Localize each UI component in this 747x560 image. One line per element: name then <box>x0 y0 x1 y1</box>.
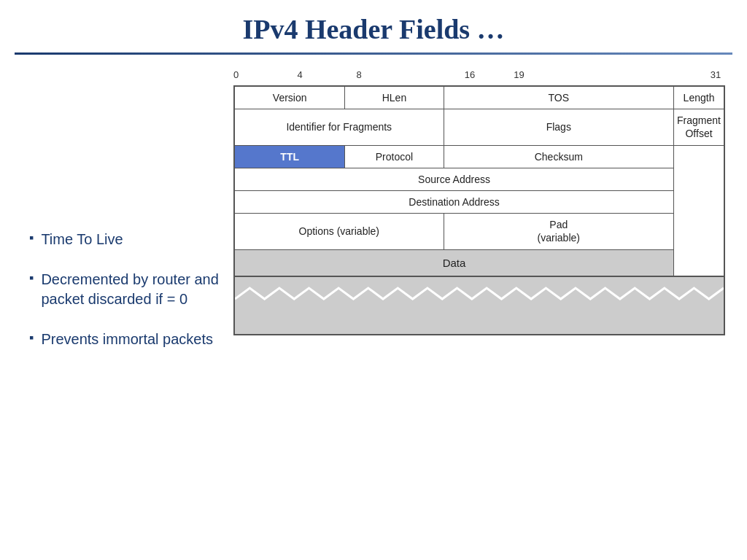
content-area: ▪ Time To Live ▪ Decremented by router a… <box>0 55 747 560</box>
cell-protocol: Protocol <box>345 145 444 168</box>
bit-labels-row: 0 4 8 16 19 31 <box>233 69 725 85</box>
title-area: IPv4 Header Fields … <box>0 0 747 52</box>
table-row-5: Destination Address <box>234 190 724 213</box>
bullet-item-2: ▪ Decremented by router and packet disca… <box>29 270 219 309</box>
cell-pad: Pad(variable) <box>444 214 674 249</box>
bullet-item-1: ▪ Time To Live <box>29 230 219 249</box>
table-row-2: Identifier for Fragments Flags Fragment … <box>234 109 724 145</box>
bit-label-31: 31 <box>711 69 721 80</box>
bit-label-19: 19 <box>514 69 524 80</box>
cell-fragment-offset: Fragment Offset <box>674 109 724 145</box>
cell-checksum: Checksum <box>444 145 674 168</box>
cell-tos: TOS <box>444 86 674 109</box>
data-bottom-row <box>233 310 725 335</box>
cell-identifier: Identifier for Fragments <box>234 109 444 145</box>
header-table: Version HLen TOS Length Identifier for F… <box>233 85 725 277</box>
cell-ttl: TTL <box>234 145 345 168</box>
right-panel: 0 4 8 16 19 31 Version HLen TOS Length <box>233 69 725 553</box>
bullet-item-3: ▪ Prevents immortal packets <box>29 330 219 349</box>
left-panel: ▪ Time To Live ▪ Decremented by router a… <box>22 69 219 553</box>
page-title: IPv4 Header Fields … <box>242 14 504 44</box>
bit-label-8: 8 <box>357 69 362 80</box>
cell-version: Version <box>234 86 345 109</box>
bit-label-16: 16 <box>465 69 475 80</box>
cell-length: Length <box>674 86 724 109</box>
cell-destination-address: Destination Address <box>234 190 674 213</box>
table-row-6: Options (variable) Pad(variable) <box>234 214 724 249</box>
page: IPv4 Header Fields … ▪ Time To Live ▪ De… <box>0 0 747 560</box>
cell-hlen: HLen <box>345 86 444 109</box>
cell-options: Options (variable) <box>234 214 444 249</box>
bit-label-4: 4 <box>298 69 303 80</box>
table-row-data: Data <box>234 249 724 276</box>
table-row-1: Version HLen TOS Length <box>234 86 724 109</box>
table-row-4: Source Address <box>234 168 724 190</box>
bullet-marker-2: ▪ <box>29 271 34 286</box>
cell-source-address: Source Address <box>234 168 674 190</box>
cell-flags: Flags <box>444 109 674 145</box>
cell-data: Data <box>234 249 674 276</box>
wave-svg <box>235 277 724 310</box>
wave-row <box>233 277 725 310</box>
bullet-text-3: Prevents immortal packets <box>41 330 213 349</box>
bullet-marker-3: ▪ <box>29 330 34 346</box>
table-row-3: TTL Protocol Checksum <box>234 145 724 168</box>
bullet-text-2: Decremented by router and packet discard… <box>41 270 219 309</box>
bullet-marker-1: ▪ <box>29 230 34 246</box>
bullet-text-1: Time To Live <box>41 230 123 249</box>
bit-label-0: 0 <box>233 69 239 80</box>
